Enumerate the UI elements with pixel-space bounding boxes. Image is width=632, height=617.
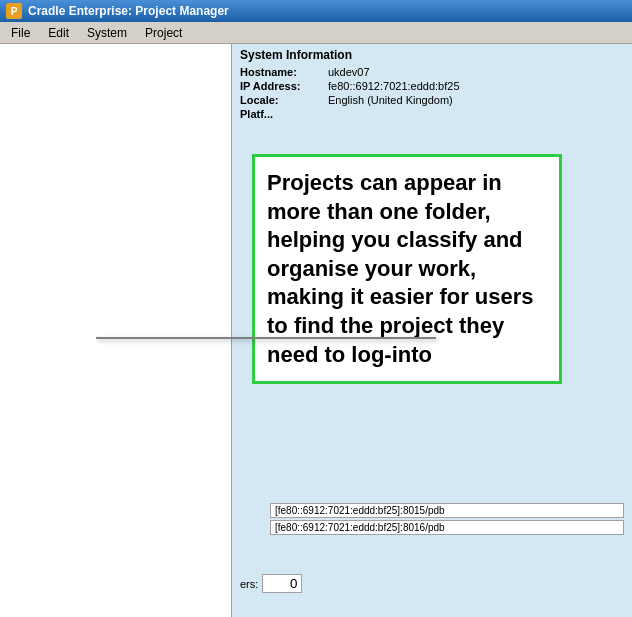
main-content: System Information Hostname: ukdev07 IP … — [0, 44, 632, 617]
info-hostname: Hostname: ukdev07 — [240, 66, 624, 78]
system-info-title: System Information — [240, 48, 624, 62]
context-menu-sub — [276, 337, 436, 339]
right-panel: System Information Hostname: ukdev07 IP … — [232, 44, 632, 617]
info-ip: IP Address: fe80::6912:7021:eddd:bf25 — [240, 80, 624, 92]
title-bar: P Cradle Enterprise: Project Manager — [0, 0, 632, 22]
info-locale: Locale: English (United Kingdom) — [240, 94, 624, 106]
bottom-area: ers: — [232, 570, 632, 597]
menu-item-file[interactable]: File — [2, 23, 39, 43]
tree-panel — [0, 44, 232, 617]
url-row-1: [fe80::6912:7021:eddd:bf25]:8015/pdb — [240, 503, 624, 518]
menu-item-system[interactable]: System — [78, 23, 136, 43]
app-icon: P — [6, 3, 22, 19]
url-rows: [fe80::6912:7021:eddd:bf25]:8015/pdb [fe… — [232, 503, 632, 537]
system-info-panel: System Information Hostname: ukdev07 IP … — [232, 44, 632, 126]
tooltip-box: Projects can appear in more than one fol… — [252, 154, 562, 384]
menu-bar: FileEditSystemProject — [0, 22, 632, 44]
title-bar-text: Cradle Enterprise: Project Manager — [28, 4, 229, 18]
info-platform: Platf... — [240, 108, 624, 120]
menu-item-project[interactable]: Project — [136, 23, 191, 43]
url-row-2: [fe80::6912:7021:eddd:bf25]:8016/pdb — [240, 520, 624, 535]
ers-row: ers: — [240, 574, 624, 593]
ers-input[interactable] — [262, 574, 302, 593]
context-menu-primary — [96, 337, 276, 339]
menu-item-edit[interactable]: Edit — [39, 23, 78, 43]
tree-container — [0, 44, 231, 48]
